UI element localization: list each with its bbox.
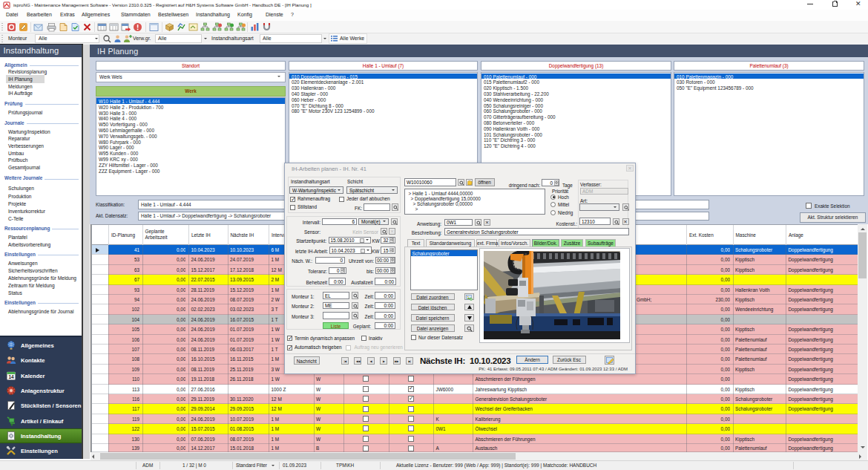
- svg-text:14: 14: [8, 373, 14, 379]
